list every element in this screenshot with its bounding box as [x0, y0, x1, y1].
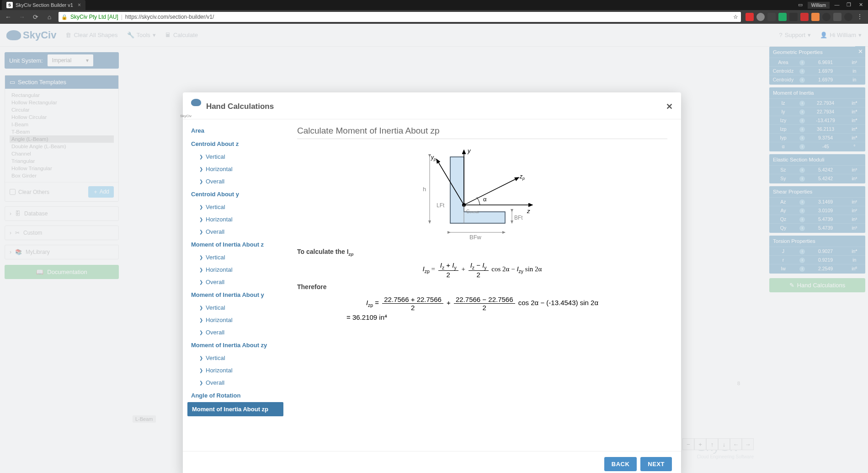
nav-sub-item[interactable]: ❯ Vertical	[183, 201, 288, 213]
chevron-right-icon: ❯	[199, 267, 203, 272]
svg-text:zp: zp	[519, 173, 525, 181]
chevron-right-icon: ❯	[199, 368, 203, 373]
modal-logo-icon	[191, 99, 201, 106]
nav-sub-item[interactable]: ❯ Overall	[183, 175, 288, 188]
back-button[interactable]: BACK	[604, 457, 637, 471]
nav-item[interactable]: Moment of Inertia About y	[183, 288, 288, 301]
ext-icon[interactable]	[778, 13, 787, 21]
modal-nav[interactable]: AreaCentroid About z❯ Vertical❯ Horizont…	[183, 119, 288, 440]
nav-sub-item[interactable]: ❯ Horizontal	[183, 314, 288, 326]
favicon: S	[6, 2, 13, 8]
close-window-icon[interactable]: ✕	[856, 2, 865, 8]
nav-sub-item[interactable]: ❯ Vertical	[183, 251, 288, 263]
tab-close-icon[interactable]: ×	[78, 2, 81, 8]
window-icon: ▭	[796, 2, 805, 8]
svg-text:BFw: BFw	[469, 234, 482, 241]
hand-calculations-modal: SkyCiv Hand Calculations ✕ AreaCentroid …	[183, 92, 681, 473]
svg-line-6	[464, 177, 519, 205]
chevron-right-icon: ❯	[199, 280, 203, 285]
extension-icons: ⋮	[746, 13, 864, 21]
svg-text:α: α	[483, 196, 487, 203]
back-icon[interactable]: ←	[4, 13, 13, 21]
menu-icon[interactable]: ⋮	[855, 13, 864, 21]
chevron-right-icon: ❯	[199, 204, 203, 210]
chevron-right-icon: ❯	[199, 255, 203, 260]
ext-icon[interactable]	[756, 13, 765, 21]
nav-item[interactable]: Moment of Inertia About zy	[183, 339, 288, 352]
ext-icon[interactable]	[833, 13, 841, 21]
ext-icon[interactable]	[811, 13, 820, 21]
chevron-right-icon: ❯	[199, 229, 203, 234]
chevron-right-icon: ❯	[199, 154, 203, 159]
chevron-right-icon: ❯	[199, 355, 203, 360]
nav-sub-item[interactable]: ❯ Horizontal	[183, 364, 288, 376]
nav-item[interactable]: Centroid About z	[183, 137, 288, 150]
nav-sub-item[interactable]: ❯ Overall	[183, 326, 288, 339]
tab-title: SkyCiv Section Builder v1	[16, 2, 73, 8]
address-bar[interactable]: 🔒 SkyCiv Pty Ltd [AU] | https://skyciv.c…	[59, 12, 741, 22]
ext-icon[interactable]	[767, 13, 776, 21]
nav-item[interactable]: Area	[183, 124, 288, 137]
svg-text:Coverall: Coverall	[466, 209, 479, 214]
ext-icon[interactable]	[844, 13, 852, 21]
home-icon[interactable]: ⌂	[45, 13, 54, 21]
nav-sub-item[interactable]: ❯ Horizontal	[183, 163, 288, 175]
modal-footer: BACK NEXT	[183, 451, 681, 473]
formula-symbolic: Izp = Iz + Iy2 + Iz − Iy2 cos 2α − Izy s…	[297, 261, 667, 279]
lock-icon: 🔒	[61, 14, 68, 20]
modal-header: SkyCiv Hand Calculations ✕	[183, 92, 681, 119]
chevron-right-icon: ❯	[199, 179, 203, 184]
nav-sub-item[interactable]: ❯ Vertical	[183, 301, 288, 314]
star-icon[interactable]: ☆	[733, 14, 738, 20]
browser-tab[interactable]: S SkyCiv Section Builder v1 ×	[2, 0, 85, 10]
nav-sub-item[interactable]: ❯ Overall	[183, 276, 288, 288]
minimize-icon[interactable]: —	[832, 2, 841, 8]
therefore-text: Therefore	[297, 283, 667, 291]
content-title: Calculate Moment of Inertia About zp	[297, 126, 667, 139]
nav-sub-item[interactable]: ❯ Vertical	[183, 150, 288, 163]
nav-sub-item[interactable]: ❯ Horizontal	[183, 263, 288, 276]
url-text: https://skyciv.com/section-builder/v1/	[125, 14, 214, 20]
os-user-badge: William	[808, 2, 830, 9]
nav-item[interactable]: Centroid About y	[183, 188, 288, 201]
svg-text:BFt: BFt	[514, 215, 523, 221]
nav-sub-item[interactable]: ❯ Horizontal	[183, 213, 288, 226]
nav-sub-item[interactable]: ❯ Vertical	[183, 352, 288, 364]
svg-text:h: h	[423, 186, 426, 193]
section-diagram: y z yp zp α	[297, 145, 667, 242]
publisher-label: SkyCiv Pty Ltd [AU]	[70, 14, 118, 20]
chevron-right-icon: ❯	[199, 317, 203, 322]
chevron-right-icon: ❯	[199, 380, 203, 385]
chevron-right-icon: ❯	[199, 167, 203, 172]
maximize-icon[interactable]: ❐	[844, 2, 853, 8]
svg-text:y: y	[467, 147, 471, 154]
nav-item[interactable]: Moment of Inertia About z	[183, 238, 288, 251]
next-button[interactable]: NEXT	[640, 457, 672, 471]
ext-icon[interactable]	[800, 13, 809, 21]
svg-text:yp: yp	[431, 154, 436, 161]
nav-sub-item[interactable]: ❯ Overall	[183, 226, 288, 238]
ext-icon[interactable]	[822, 13, 831, 21]
ext-icon[interactable]	[789, 13, 798, 21]
intro-text: To calculate the Izp	[297, 248, 667, 257]
nav-sub-item[interactable]: ❯ Overall	[183, 376, 288, 389]
modal-close-icon[interactable]: ✕	[666, 102, 673, 112]
nav-item[interactable]: Moment of Inertia About zp	[187, 402, 283, 416]
chevron-right-icon: ❯	[199, 305, 203, 310]
nav-item[interactable]: Angle of Rotation	[183, 389, 288, 402]
svg-text:LFt: LFt	[437, 202, 445, 209]
formula-numeric: Izp = 22.7566 + 22.75662 + 22.7566 − 22.…	[297, 296, 667, 322]
svg-text:z: z	[527, 208, 530, 215]
modal-title: Hand Calculations	[206, 102, 274, 111]
reload-icon[interactable]: ⟳	[31, 13, 40, 21]
modal-content: Calculate Moment of Inertia About zp y	[288, 119, 681, 451]
chevron-right-icon: ❯	[199, 217, 203, 222]
ext-icon[interactable]	[746, 13, 754, 21]
forward-icon[interactable]: →	[17, 13, 27, 21]
chevron-right-icon: ❯	[199, 330, 203, 335]
